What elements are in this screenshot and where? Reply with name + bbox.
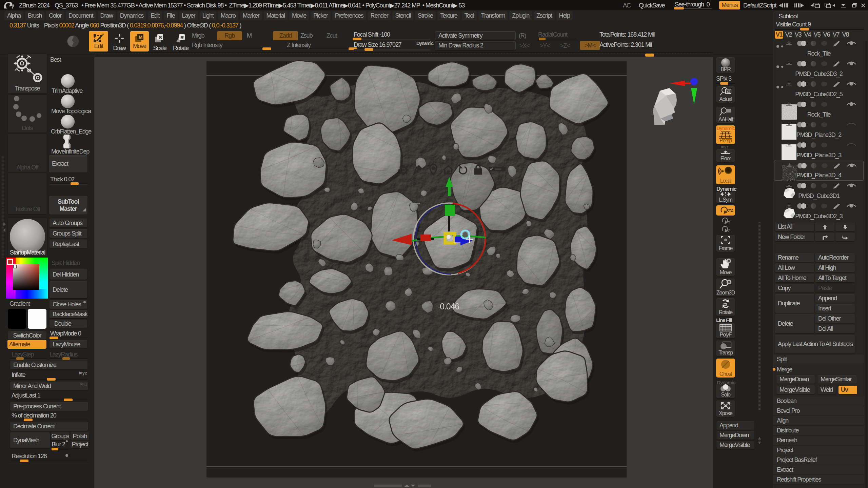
svg-text:Y: Y	[728, 220, 731, 225]
svg-text:R: R	[180, 35, 184, 40]
svg-text:-0.046: -0.046	[437, 302, 459, 311]
svg-text:M: M	[139, 35, 142, 40]
svg-text:Z: Z	[728, 228, 730, 233]
svg-text:S: S	[159, 35, 162, 40]
svg-text:XYZ: XYZ	[726, 208, 733, 213]
